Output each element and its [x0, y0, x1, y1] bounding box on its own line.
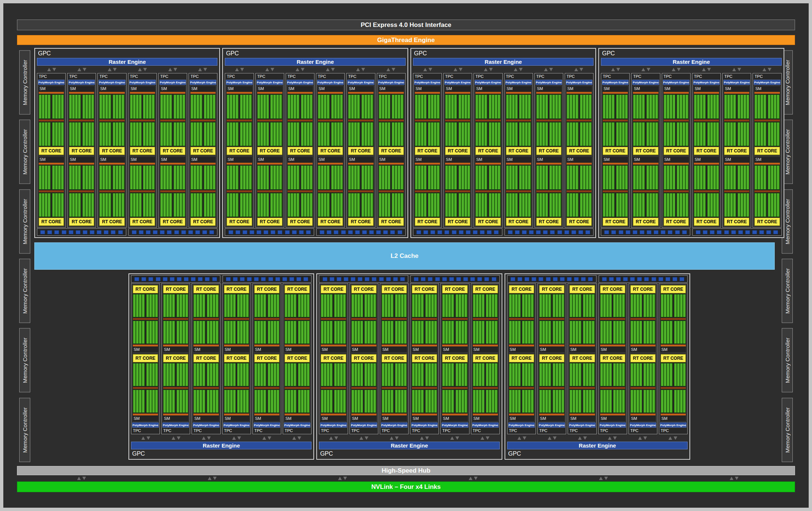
tpc-label: TPC: [723, 74, 750, 79]
cuda-core-array: [82, 165, 94, 190]
cuda-core-array: [737, 193, 750, 217]
cuda-core-array: [351, 390, 364, 413]
sm-block: RT CORESM: [132, 353, 159, 422]
sm-block: SMRT CORE: [444, 86, 471, 156]
sm-block: SMRT CORE: [632, 86, 659, 156]
texture-unit: [536, 230, 541, 234]
arrow-up-icon: [326, 68, 330, 71]
arrow-up-icon: [359, 436, 363, 440]
texture-unit: [393, 277, 398, 281]
rt-core-label: RT CORE: [318, 147, 343, 155]
raster-engine-bar: Raster Engine: [225, 58, 405, 66]
texture-unit: [574, 277, 579, 281]
texture-unit: [292, 230, 297, 234]
tpc-label: TPC: [351, 428, 377, 433]
arrow-down-icon: [301, 68, 304, 71]
gpc-block: RT CORESMRT CORESMPolyMorph EngineTPCRT …: [128, 273, 314, 460]
texture-unit: [97, 230, 102, 234]
cuda-core-array: [133, 294, 145, 317]
sm-block: SMRT CORE: [99, 156, 125, 227]
polymorph-engine-bar: PolyMorph Engine: [99, 80, 125, 85]
cuda-core-array: [694, 193, 706, 217]
cuda-core-array: [473, 390, 485, 413]
cuda-core-array: [580, 193, 592, 217]
rt-core-label: RT CORE: [193, 285, 219, 293]
cuda-core-array: [257, 165, 269, 190]
gpc-label: GPC: [507, 450, 688, 458]
tpc-block: TPCPolyMorph EngineSMRT CORESMRT CORE: [255, 73, 284, 228]
tpc-block: TPCPolyMorph EngineSMRT CORESMRT CORE: [377, 73, 406, 228]
arrow-down-icon: [271, 68, 274, 71]
sm-label: SM: [39, 157, 64, 162]
rt-core-label: RT CORE: [445, 218, 470, 226]
cuda-core-array: [415, 94, 427, 119]
arrow-up-icon: [108, 68, 111, 71]
sm-label: SM: [257, 157, 282, 162]
polymorph-engine-bar: PolyMorph Engine: [193, 422, 219, 428]
cuda-core-array: [257, 94, 269, 119]
cuda-core-array: [237, 294, 249, 317]
cuda-core-array: [768, 94, 780, 119]
tpc-label: TPC: [226, 74, 252, 79]
texture-unit: [320, 230, 324, 234]
cuda-core-array: [227, 122, 239, 146]
scheduler-strip: [348, 92, 373, 94]
sm-label: SM: [285, 347, 310, 352]
flow-arrow-pair: [469, 477, 478, 480]
sm-core-bank: [224, 321, 249, 344]
sm-core-bank: [348, 193, 373, 217]
arrow-up-icon: [578, 436, 582, 440]
texture-unit: [752, 230, 757, 234]
cuda-core-array: [486, 390, 498, 413]
rt-core-label: RT CORE: [415, 218, 440, 226]
sm-core-bank: [415, 94, 440, 119]
sm-core-bank: [633, 165, 658, 190]
sm-block: SMRT CORE: [505, 86, 532, 156]
cuda-core-array: [583, 294, 595, 317]
mid-strip: [442, 318, 467, 320]
memory-controller: Memory Controller: [19, 259, 30, 323]
rt-core-label: RT CORE: [163, 285, 188, 293]
mid-strip: [473, 387, 498, 389]
scheduler-strip: [163, 345, 188, 346]
arrow-down-icon: [523, 436, 526, 440]
cuda-core-array: [506, 122, 518, 146]
texture-unit: [550, 230, 555, 234]
sm-label: SM: [633, 86, 658, 91]
arrow-down-icon: [395, 436, 399, 440]
sm-block: SMRT CORE: [378, 156, 405, 227]
gpc-label: GPC: [413, 50, 593, 57]
mid-strip: [600, 387, 625, 389]
rt-core-label: RT CORE: [227, 218, 252, 226]
sm-core-bank: [412, 321, 437, 344]
rt-core-label: RT CORE: [724, 218, 749, 226]
scheduler-strip: [321, 345, 346, 346]
texture-unit: [553, 277, 558, 281]
texture-unit: [602, 277, 607, 281]
texture-unit: [139, 230, 144, 234]
sm-block: SMRT CORE: [754, 86, 780, 156]
cuda-core-array: [616, 94, 628, 119]
cuda-core-array: [475, 122, 488, 146]
tpc-block: TPCPolyMorph EngineSMRT CORESMRT CORE: [565, 73, 593, 228]
cuda-core-array: [603, 94, 615, 119]
mid-strip: [415, 120, 440, 121]
cuda-core-array: [392, 193, 404, 217]
mid-strip: [509, 318, 534, 320]
cuda-core-array: [442, 390, 454, 413]
cuda-core-array: [583, 321, 595, 344]
cuda-core-array: [633, 122, 645, 146]
sm-core-bank: [442, 321, 467, 344]
sm-block: RT CORESM: [441, 353, 468, 422]
sm-block: RT CORESM: [284, 353, 310, 422]
flow-arrow-pair: [286, 66, 314, 72]
sm-label: SM: [227, 157, 252, 162]
cuda-core-array: [361, 122, 374, 146]
cuda-core-array: [664, 122, 676, 146]
sm-block: RT CORESM: [508, 353, 535, 422]
arrow-up-icon: [544, 68, 548, 71]
cuda-core-array: [39, 122, 51, 146]
sm-core-bank: [754, 94, 780, 119]
sm-label: SM: [442, 347, 467, 352]
sm-core-bank: [254, 390, 279, 413]
